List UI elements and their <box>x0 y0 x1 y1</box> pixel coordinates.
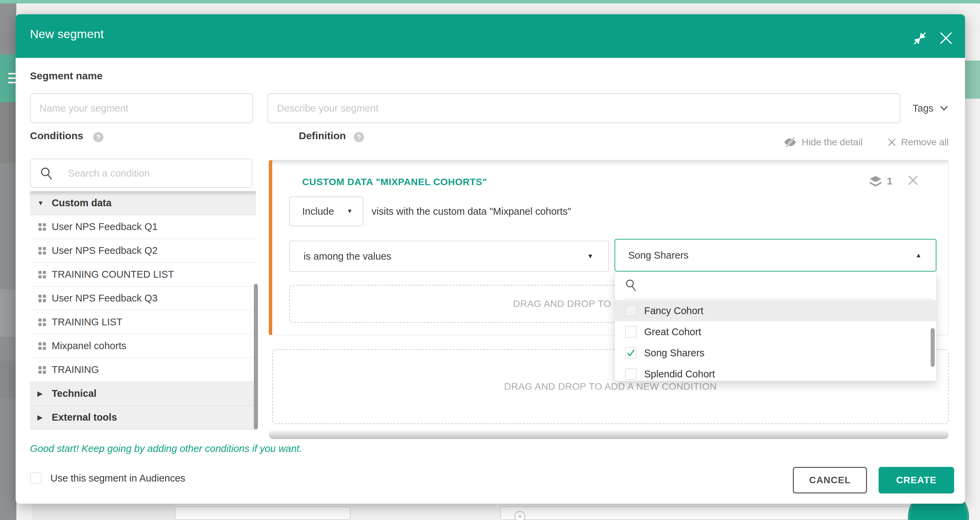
segment-description-input[interactable] <box>267 93 900 123</box>
caret-down-icon: ▼ <box>347 208 353 215</box>
search-icon <box>40 167 53 180</box>
condition-group-label: Custom data <box>52 197 111 208</box>
operator-value: is among the values <box>304 251 587 262</box>
background-header-band <box>965 60 980 99</box>
condition-group-label: External tools <box>52 412 117 423</box>
cohort-option-label: Splendid Cohort <box>644 369 715 380</box>
scrollbar-thumb[interactable] <box>931 328 935 367</box>
sidebar-block <box>0 361 16 398</box>
background-panel <box>175 506 350 520</box>
drag-handle-icon <box>37 341 47 351</box>
hide-detail-label: Hide the detail <box>802 137 862 148</box>
collapse-icon[interactable] <box>913 32 926 45</box>
condition-count-badge: 1 <box>887 175 892 187</box>
layers-icon <box>869 175 883 188</box>
menu-icon <box>8 82 16 83</box>
condition-group-label: Technical <box>52 388 97 399</box>
caret-up-icon: ▲ <box>915 252 921 259</box>
drag-handle-icon <box>37 294 47 303</box>
chevron-down-icon <box>940 104 948 113</box>
drag-handle-icon <box>37 318 47 327</box>
menu-icon <box>8 77 16 79</box>
checkbox-checked[interactable] <box>625 347 637 359</box>
background-block <box>32 504 175 520</box>
help-icon[interactable]: ? <box>354 132 364 142</box>
audiences-label: Use this segment in Audiences <box>50 473 185 484</box>
background-top-bar <box>0 0 980 3</box>
cohort-option[interactable]: Fancy Cohort <box>615 300 936 321</box>
hide-detail-button[interactable]: Hide the detail <box>783 137 862 148</box>
cohort-option-label: Song Sharers <box>644 347 705 359</box>
drop-zone-hint: DRAG AND DROP TO ADD A NEW CONDITION <box>504 381 717 392</box>
drag-handle-icon <box>37 365 47 375</box>
condition-item-label: User NPS Feedback Q3 <box>52 293 158 304</box>
checkbox-unchecked[interactable] <box>625 368 637 380</box>
divider <box>624 299 933 299</box>
include-value: Include <box>302 206 347 217</box>
create-button[interactable]: CREATE <box>878 467 954 493</box>
remove-condition-icon[interactable] <box>907 175 919 186</box>
audiences-checkbox-row[interactable]: Use this segment in Audiences <box>30 472 185 484</box>
plus-circle-icon: + <box>514 511 525 520</box>
eye-off-icon <box>783 137 797 147</box>
cohort-option[interactable]: Song Sharers <box>615 342 936 363</box>
cohort-option[interactable]: Splendid Cohort <box>615 363 936 381</box>
drag-handle-icon <box>37 270 47 279</box>
cohort-option-label: Fancy Cohort <box>644 305 703 316</box>
conditions-label: Conditions <box>30 130 83 142</box>
value-dropdown[interactable]: Song Sharers ▲ <box>614 239 937 272</box>
condition-sentence: visits with the custom data "Mixpanel co… <box>372 196 571 226</box>
remove-icon <box>888 138 896 147</box>
helper-text: Good start! Keep going by adding other c… <box>30 443 302 454</box>
condition-item[interactable]: Mixpanel cohorts <box>30 334 256 358</box>
condition-group-header[interactable]: ▶External tools <box>30 406 256 429</box>
dialog-header: New segment <box>16 14 965 58</box>
remove-all-label: Remove all <box>901 137 949 148</box>
tags-dropdown[interactable]: Tags <box>913 93 948 123</box>
value-dropdown-panel: Fancy CohortGreat CohortSong SharersSple… <box>614 272 937 381</box>
condition-search[interactable]: Search a condition <box>30 159 253 188</box>
caret-right-icon: ▶ <box>37 413 48 421</box>
condition-search-placeholder: Search a condition <box>68 159 150 187</box>
caret-down-icon: ▼ <box>587 253 593 260</box>
condition-card-title: CUSTOM DATA "MIXPANEL COHORTS" <box>302 177 487 188</box>
checkbox-unchecked[interactable] <box>625 326 637 337</box>
sidebar-block <box>0 289 16 337</box>
scroll-shadow <box>272 160 948 166</box>
cohort-option[interactable]: Great Cohort <box>615 321 936 342</box>
definition-label: Definition <box>299 130 346 142</box>
condition-item-label: TRAINING COUNTED LIST <box>52 269 174 280</box>
tags-label: Tags <box>913 103 933 114</box>
segment-name-input[interactable] <box>30 93 253 123</box>
close-icon[interactable] <box>939 31 953 45</box>
checkbox-unchecked[interactable] <box>625 305 637 316</box>
condition-item[interactable]: TRAINING COUNTED LIST <box>30 263 256 286</box>
value-dropdown-selected: Song Sharers <box>628 250 915 261</box>
caret-down-icon: ▼ <box>37 199 48 207</box>
audiences-checkbox[interactable] <box>30 472 41 484</box>
menu-icon <box>8 73 16 75</box>
drag-handle-icon <box>37 246 47 256</box>
condition-group-header[interactable]: ▶Technical <box>30 382 256 406</box>
check-icon <box>627 348 635 357</box>
help-icon[interactable]: ? <box>93 132 103 142</box>
condition-item[interactable]: User NPS Feedback Q2 <box>30 239 256 263</box>
condition-group-header[interactable]: ▼Custom data <box>30 191 256 215</box>
include-dropdown[interactable]: Include ▼ <box>289 196 363 226</box>
condition-item[interactable]: User NPS Feedback Q3 <box>30 286 256 310</box>
operator-dropdown[interactable]: is among the values ▼ <box>289 241 609 272</box>
background-panel <box>500 506 963 520</box>
scrollbar-thumb[interactable] <box>254 284 258 429</box>
horizontal-scrollbar[interactable] <box>269 430 949 439</box>
condition-item[interactable]: TRAINING LIST <box>30 310 256 334</box>
condition-item[interactable]: User NPS Feedback Q1 <box>30 215 256 239</box>
drag-handle-icon <box>37 222 47 232</box>
condition-item-label: User NPS Feedback Q1 <box>52 221 158 232</box>
background-sidebar <box>0 3 16 520</box>
cohort-option-label: Great Cohort <box>644 326 701 337</box>
remove-all-button[interactable]: Remove all <box>888 137 949 148</box>
cancel-button[interactable]: CANCEL <box>793 467 867 493</box>
condition-item[interactable]: TRAINING <box>30 358 256 382</box>
search-icon <box>625 278 637 292</box>
condition-list: ▼Custom dataUser NPS Feedback Q1User NPS… <box>30 191 256 429</box>
